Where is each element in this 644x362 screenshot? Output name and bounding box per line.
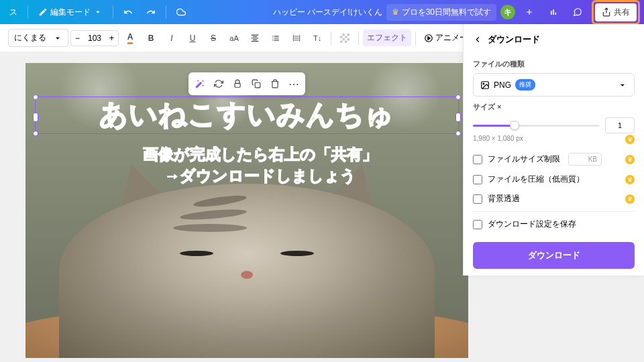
duplicate-icon bbox=[252, 79, 261, 88]
download-button[interactable]: ダウンロード bbox=[473, 242, 635, 269]
comment-button[interactable] bbox=[568, 5, 588, 19]
rotate-button[interactable] bbox=[210, 75, 227, 93]
resize-handle[interactable] bbox=[455, 95, 461, 100]
svg-rect-3 bbox=[343, 36, 345, 38]
svg-rect-7 bbox=[343, 40, 345, 43]
slider-thumb[interactable] bbox=[510, 121, 519, 130]
svg-rect-6 bbox=[345, 38, 347, 41]
back-icon[interactable] bbox=[473, 35, 482, 44]
top-bar: ス 編集モード ハッピー バースデイ!けいくん ♛ プロを30日間無料で試す キ… bbox=[0, 0, 644, 24]
more-button[interactable]: ⋯ bbox=[285, 75, 303, 93]
decrease-size-button[interactable]: − bbox=[71, 31, 84, 46]
plus-icon bbox=[525, 7, 534, 17]
font-name: にくまる bbox=[14, 32, 46, 44]
filetype-label: ファイルの種類 bbox=[473, 59, 635, 69]
divider bbox=[358, 32, 359, 45]
filetype-select[interactable]: PNG 推奨 bbox=[473, 73, 635, 97]
size-multiplier-input[interactable] bbox=[605, 117, 635, 133]
compress-checkbox[interactable] bbox=[473, 175, 482, 184]
resize-handle[interactable] bbox=[455, 131, 461, 136]
chart-icon bbox=[549, 7, 558, 17]
save-settings-label: ダウンロード設定を保存 bbox=[488, 219, 576, 230]
share-label: 共有 bbox=[614, 7, 630, 18]
list-icon bbox=[271, 34, 280, 43]
kb-input[interactable]: KB bbox=[568, 153, 602, 166]
download-panel: ダウンロード ファイルの種類 PNG 推奨 サイズ × 1,980 × 1,08… bbox=[463, 24, 644, 276]
undo-icon bbox=[123, 7, 133, 17]
canvas[interactable]: ⋯ あいねこすいみんちゅ 画像が完成したら右上の「共有」 →ダウンロードしましょ… bbox=[25, 63, 468, 358]
share-button[interactable]: 共有 bbox=[595, 3, 637, 21]
text-case-button[interactable]: aA bbox=[225, 29, 244, 48]
edit-mode-label: 編集モード bbox=[50, 7, 91, 18]
align-button[interactable] bbox=[246, 29, 264, 48]
compress-label: ファイルを圧縮（低画質） bbox=[488, 174, 584, 185]
transparent-bg-checkbox[interactable] bbox=[473, 194, 482, 204]
svg-rect-4 bbox=[347, 36, 350, 38]
undo-button[interactable] bbox=[118, 5, 138, 19]
font-size-input[interactable] bbox=[84, 34, 105, 43]
divider bbox=[415, 32, 416, 45]
add-button[interactable] bbox=[519, 5, 539, 19]
pro-indicator: ♛ bbox=[625, 194, 635, 204]
align-icon bbox=[250, 34, 260, 43]
user-badge-label: キ bbox=[504, 7, 512, 18]
trash-icon bbox=[270, 79, 280, 88]
duplicate-button[interactable] bbox=[248, 75, 265, 93]
divider bbox=[28, 5, 28, 19]
text-color-button[interactable]: A bbox=[121, 29, 140, 48]
analytics-button[interactable] bbox=[543, 5, 564, 19]
list-button[interactable] bbox=[266, 29, 285, 48]
dimensions-text: 1,980 × 1,080 px ♛ bbox=[473, 135, 635, 142]
instruction-line-2: →ダウンロードしましょう bbox=[66, 165, 455, 186]
bold-button[interactable]: B bbox=[142, 29, 160, 48]
floating-toolbar: ⋯ bbox=[189, 72, 305, 95]
save-settings-checkbox[interactable] bbox=[473, 220, 482, 229]
font-size-control: − + bbox=[70, 30, 119, 46]
download-header: ダウンロード bbox=[473, 31, 635, 54]
main-text[interactable]: あいねこすいみんちゅ bbox=[38, 96, 456, 133]
download-title: ダウンロード bbox=[488, 34, 540, 46]
font-select[interactable]: にくまる bbox=[8, 29, 68, 47]
instruction-text: 画像が完成したら右上の「共有」 →ダウンロードしましょう bbox=[66, 143, 455, 186]
italic-button[interactable]: I bbox=[162, 29, 181, 48]
transparency-button[interactable] bbox=[335, 29, 354, 48]
pro-trial-button[interactable]: ♛ プロを30日間無料で試す bbox=[386, 4, 496, 21]
redo-button[interactable] bbox=[141, 5, 161, 19]
menu-button[interactable]: ス bbox=[4, 4, 23, 21]
spacing-button[interactable] bbox=[287, 29, 306, 48]
comment-icon bbox=[573, 7, 582, 17]
magic-button[interactable] bbox=[191, 75, 209, 93]
size-slider[interactable] bbox=[473, 125, 600, 127]
delete-button[interactable] bbox=[266, 75, 284, 93]
pro-indicator: ♛ bbox=[625, 135, 635, 144]
filetype-value: PNG bbox=[494, 80, 511, 90]
filesize-limit-checkbox[interactable] bbox=[473, 155, 482, 164]
resize-handle[interactable] bbox=[455, 113, 461, 122]
pro-indicator: ♛ bbox=[625, 175, 635, 184]
effect-button[interactable]: エフェクト bbox=[363, 29, 411, 46]
image-icon bbox=[480, 80, 490, 90]
transparency-icon bbox=[340, 34, 350, 43]
document-title[interactable]: ハッピー バースデイ!けいくん bbox=[273, 7, 382, 18]
filesize-limit-label: ファイルサイズ制限 bbox=[488, 154, 560, 165]
size-label: サイズ × bbox=[473, 102, 635, 112]
increase-size-button[interactable]: + bbox=[105, 31, 118, 46]
cloud-button[interactable] bbox=[171, 5, 191, 19]
svg-rect-10 bbox=[235, 83, 240, 87]
share-icon bbox=[602, 7, 611, 17]
magic-icon bbox=[195, 79, 205, 88]
vertical-text-button[interactable]: T↓ bbox=[308, 29, 327, 48]
strikethrough-button[interactable]: S bbox=[204, 29, 223, 48]
redo-icon bbox=[146, 7, 156, 17]
chevron-down-icon bbox=[93, 7, 103, 17]
transparent-bg-label: 背景透過 bbox=[488, 193, 520, 204]
lock-button[interactable] bbox=[229, 75, 246, 93]
user-badge[interactable]: キ bbox=[500, 5, 515, 19]
crown-icon: ♛ bbox=[392, 7, 399, 17]
cat-image bbox=[59, 184, 435, 358]
spacing-icon bbox=[292, 34, 301, 43]
underline-button[interactable]: U bbox=[183, 29, 202, 48]
chevron-down-icon bbox=[53, 34, 62, 43]
divider bbox=[166, 5, 166, 19]
edit-mode-dropdown[interactable]: 編集モード bbox=[33, 4, 108, 21]
